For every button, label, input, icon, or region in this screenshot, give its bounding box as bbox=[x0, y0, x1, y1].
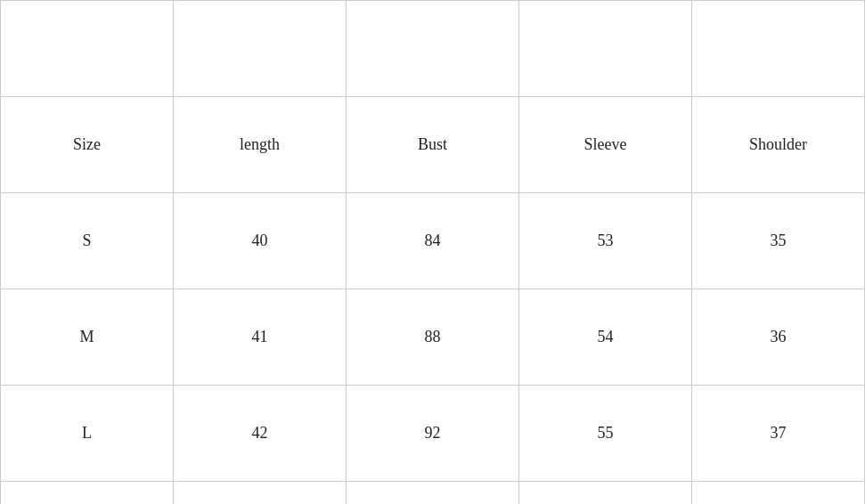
table-row: M41885436 bbox=[1, 289, 865, 386]
top-partial-cell-5 bbox=[692, 1, 865, 97]
header-sleeve: Sleeve bbox=[519, 97, 692, 193]
cell-bust: 92 bbox=[347, 386, 519, 482]
cell-bust: 96 bbox=[347, 482, 519, 505]
cell-sleeve: 56 bbox=[519, 482, 692, 505]
cell-shoulder: 36 bbox=[692, 289, 865, 386]
table-row: S40845335 bbox=[1, 193, 865, 289]
cell-sleeve: 53 bbox=[519, 193, 692, 289]
cell-size: XL bbox=[1, 482, 174, 505]
cell-length: 42 bbox=[174, 386, 347, 482]
cell-shoulder: 37 bbox=[692, 386, 865, 482]
cell-length: 43 bbox=[174, 482, 347, 505]
header-shoulder: Shoulder bbox=[692, 97, 865, 193]
cell-shoulder: 35 bbox=[692, 193, 865, 289]
table-row: XL43965638 bbox=[1, 482, 865, 505]
cell-bust: 84 bbox=[347, 193, 519, 289]
cell-bust: 88 bbox=[347, 289, 519, 386]
top-partial-cell-4 bbox=[519, 1, 692, 97]
cell-length: 41 bbox=[174, 289, 347, 386]
top-partial-row bbox=[1, 1, 865, 97]
cell-size: L bbox=[1, 386, 174, 482]
size-chart-table: Size length Bust Sleeve Shoulder S408453… bbox=[0, 0, 865, 504]
cell-size: M bbox=[1, 289, 174, 386]
cell-sleeve: 55 bbox=[519, 386, 692, 482]
table-row: L42925537 bbox=[1, 386, 865, 482]
header-size: Size bbox=[1, 97, 174, 193]
cell-shoulder: 38 bbox=[692, 482, 865, 505]
cell-length: 40 bbox=[174, 193, 347, 289]
top-partial-cell-1 bbox=[1, 1, 174, 97]
cell-sleeve: 54 bbox=[519, 289, 692, 386]
header-bust: Bust bbox=[347, 97, 519, 193]
top-partial-cell-2 bbox=[174, 1, 347, 97]
top-partial-cell-3 bbox=[347, 1, 519, 97]
cell-size: S bbox=[1, 193, 174, 289]
header-length: length bbox=[174, 97, 347, 193]
header-row: Size length Bust Sleeve Shoulder bbox=[1, 97, 865, 193]
